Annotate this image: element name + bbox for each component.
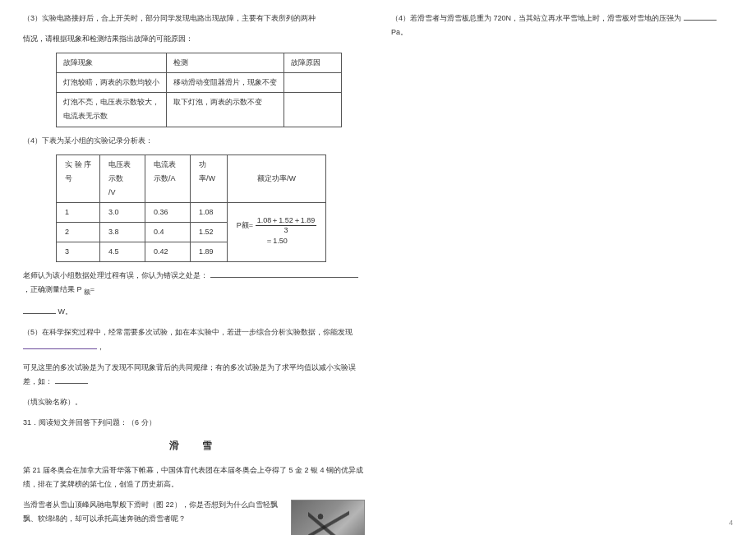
fault-r1c3 xyxy=(284,73,342,93)
data-h-seq: 实 验 序 号 xyxy=(57,155,100,202)
fault-r2c1: 灯泡不亮，电压表示数较大， 电流表无示数 xyxy=(57,93,167,127)
q4-unit-line: W。 xyxy=(23,305,365,319)
fault-r1c2: 移动滑动变阻器滑片，现象不变 xyxy=(167,73,284,93)
r2-a: 0.4 xyxy=(145,223,191,242)
fault-r2c3 xyxy=(284,93,342,127)
r3-n: 3 xyxy=(57,242,100,262)
q31-head: 31．阅读短文并回答下列问题：（6 分） xyxy=(23,416,365,430)
blank-pressure xyxy=(684,14,717,21)
fault-r2c2: 取下灯泡，两表的示数不变 xyxy=(167,93,284,127)
data-h-v: 电压表示数 /V xyxy=(100,155,145,202)
r3-v: 4.5 xyxy=(100,242,145,262)
blank-power xyxy=(23,307,56,314)
r2-v: 3.8 xyxy=(100,223,145,242)
q5-line1: （5）在科学探究过程中，经常需要多次试验，如在本实验中，若进一步综合分析实验数据… xyxy=(23,325,365,353)
blank-error xyxy=(210,271,358,278)
fault-table-h2: 检测 xyxy=(167,53,284,73)
data-h-a: 电流表示数/A xyxy=(145,155,191,202)
data-h-p: 功率/W xyxy=(191,155,228,202)
q3-line1: （3）实验电路接好后，合上开关时，部分同学发现电路出现故障，主要有下表所列的两种 xyxy=(23,12,365,25)
skiing-figure-22 xyxy=(291,500,365,535)
page-number: 4 xyxy=(729,516,733,530)
q3-line2: 情况，请根据现象和检测结果指出故障的可能原因： xyxy=(23,32,365,46)
r2-n: 2 xyxy=(57,223,100,242)
pg1: 第 21 届冬奥会在加拿大温哥华落下帷幕，中国体育代表团在本届冬奥会上夺得了 5… xyxy=(23,464,365,491)
data-table: 实 验 序 号 电压表示数 /V 电流表示数/A 功率/W 额定功率/W 1 3… xyxy=(56,155,326,263)
q4-intro: （4）下表为某小组的实验记录分析表： xyxy=(23,134,365,148)
fault-r1c1: 灯泡较暗，两表的示数均较小 xyxy=(57,73,167,93)
q5-line3: （填实验名称）。 xyxy=(23,395,365,409)
rated-power-cell: P额= 1.08＋1.52＋1.89 3 ＝1.50 xyxy=(228,202,326,261)
article-title: 滑 雪 xyxy=(23,436,365,455)
fraction: 1.08＋1.52＋1.89 3 xyxy=(256,216,317,235)
fault-table-h3: 故障原因 xyxy=(284,53,342,73)
article-body: 第 21 届冬奥会在加拿大温哥华落下帷幕，中国体育代表团在本届冬奥会上夺得了 5… xyxy=(23,464,365,535)
r2-p: 1.52 xyxy=(191,223,228,242)
r1-a: 0.36 xyxy=(145,202,191,222)
blank-discover xyxy=(23,342,97,348)
r1-v: 3.0 xyxy=(100,202,145,222)
r3-a: 0.42 xyxy=(145,242,191,262)
fault-table-h1: 故障现象 xyxy=(57,53,167,73)
r3-p: 1.89 xyxy=(191,242,228,262)
data-h-rate: 额定功率/W xyxy=(228,155,326,202)
r1-n: 1 xyxy=(57,202,100,222)
q4-error-line: 老师认为该小组数据处理过程有误，你认为错误之处是： ，正确测量结果 P 额= xyxy=(23,269,365,298)
sub-q4: （4）若滑雪者与滑雪板总重为 720N，当其站立再水平雪地上时，滑雪板对雪地的压… xyxy=(391,12,733,39)
q5-line2: 可见这里的多次试验是为了发现不同现象背后的共同规律；有的多次试验是为了求平均值以… xyxy=(23,361,365,389)
r1-p: 1.08 xyxy=(191,202,228,222)
fault-table: 故障现象 检测 故障原因 灯泡较暗，两表的示数均较小 移动滑动变阻器滑片，现象不… xyxy=(56,53,342,127)
blank-exp-name xyxy=(55,377,88,384)
